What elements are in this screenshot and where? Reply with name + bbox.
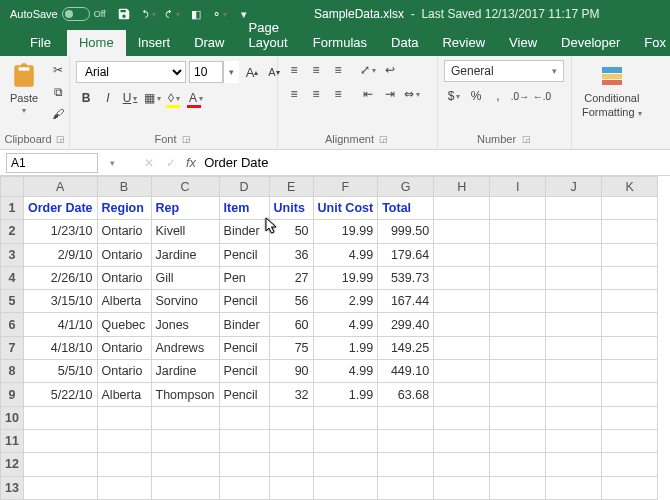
- cell[interactable]: [313, 429, 378, 452]
- cell[interactable]: Ontario: [97, 336, 151, 359]
- cell[interactable]: [602, 360, 658, 383]
- cell[interactable]: 1.99: [313, 383, 378, 406]
- cell[interactable]: [490, 476, 546, 499]
- cell[interactable]: Jardine: [151, 243, 219, 266]
- cell[interactable]: [219, 476, 269, 499]
- undo-icon[interactable]: [140, 6, 156, 22]
- cell[interactable]: 19.99: [313, 266, 378, 289]
- cell[interactable]: [546, 313, 602, 336]
- name-box-dropdown-icon[interactable]: ▾: [104, 158, 120, 168]
- cell[interactable]: 19.99: [313, 220, 378, 243]
- column-header[interactable]: K: [602, 177, 658, 197]
- cell[interactable]: 179.64: [378, 243, 434, 266]
- decrease-decimal-icon[interactable]: ←.0: [532, 86, 552, 106]
- column-header[interactable]: H: [434, 177, 490, 197]
- cell[interactable]: Sorvino: [151, 290, 219, 313]
- worksheet-grid[interactable]: ABCDEFGHIJK 1Order DateRegionRepItemUnit…: [0, 176, 670, 500]
- cell[interactable]: 90: [269, 360, 313, 383]
- tab-home[interactable]: Home: [67, 30, 126, 56]
- cell[interactable]: 449.10: [378, 360, 434, 383]
- cell[interactable]: [151, 453, 219, 476]
- row-header[interactable]: 11: [1, 429, 24, 452]
- align-middle-icon[interactable]: ≡: [306, 60, 326, 80]
- enter-formula-icon[interactable]: ✓: [160, 156, 182, 170]
- font-size-input[interactable]: [189, 61, 223, 83]
- cell[interactable]: [97, 453, 151, 476]
- align-bottom-icon[interactable]: ≡: [328, 60, 348, 80]
- qat-icon-2[interactable]: ⚬: [212, 6, 228, 22]
- cell[interactable]: [378, 429, 434, 452]
- italic-button[interactable]: I: [98, 88, 118, 108]
- cell[interactable]: 5/22/10: [23, 383, 97, 406]
- tab-foxit[interactable]: Fox: [632, 30, 670, 56]
- align-center-icon[interactable]: ≡: [306, 84, 326, 104]
- cell[interactable]: Pencil: [219, 360, 269, 383]
- font-size-dropdown-icon[interactable]: ▾: [223, 61, 239, 83]
- align-top-icon[interactable]: ≡: [284, 60, 304, 80]
- column-header[interactable]: A: [23, 177, 97, 197]
- cell[interactable]: 2/26/10: [23, 266, 97, 289]
- cell[interactable]: [546, 266, 602, 289]
- formula-input[interactable]: [200, 153, 670, 173]
- cell[interactable]: [546, 220, 602, 243]
- cell[interactable]: [151, 429, 219, 452]
- cell[interactable]: [546, 243, 602, 266]
- cell[interactable]: [23, 453, 97, 476]
- cell[interactable]: [602, 383, 658, 406]
- cell[interactable]: Alberta: [97, 383, 151, 406]
- cell[interactable]: [434, 313, 490, 336]
- cell[interactable]: 50: [269, 220, 313, 243]
- cell[interactable]: Kivell: [151, 220, 219, 243]
- cell[interactable]: 1.99: [313, 336, 378, 359]
- decrease-indent-icon[interactable]: ⇤: [358, 84, 378, 104]
- cell[interactable]: [490, 243, 546, 266]
- paste-button[interactable]: Paste ▾: [6, 60, 42, 117]
- row-header[interactable]: 1: [1, 197, 24, 220]
- cell[interactable]: [434, 243, 490, 266]
- cell[interactable]: 299.40: [378, 313, 434, 336]
- cell[interactable]: Pencil: [219, 290, 269, 313]
- cell[interactable]: Item: [219, 197, 269, 220]
- cell[interactable]: 2/9/10: [23, 243, 97, 266]
- cell[interactable]: 149.25: [378, 336, 434, 359]
- cell[interactable]: [434, 453, 490, 476]
- qat-icon-1[interactable]: ◧: [188, 6, 204, 22]
- merge-center-icon[interactable]: ⇔: [402, 84, 422, 104]
- cell[interactable]: [546, 197, 602, 220]
- cell[interactable]: Ontario: [97, 243, 151, 266]
- cell[interactable]: [23, 476, 97, 499]
- row-header[interactable]: 4: [1, 266, 24, 289]
- cell[interactable]: [434, 197, 490, 220]
- cell[interactable]: [434, 336, 490, 359]
- cell[interactable]: [313, 476, 378, 499]
- column-header[interactable]: J: [546, 177, 602, 197]
- name-box[interactable]: [6, 153, 98, 173]
- column-header[interactable]: G: [378, 177, 434, 197]
- cut-icon[interactable]: ✂: [48, 60, 68, 80]
- autosave-toggle[interactable]: AutoSave Off: [8, 6, 108, 22]
- cell[interactable]: Ontario: [97, 266, 151, 289]
- cell[interactable]: [546, 406, 602, 429]
- cell[interactable]: [602, 197, 658, 220]
- cell[interactable]: [602, 453, 658, 476]
- cell[interactable]: Pencil: [219, 336, 269, 359]
- comma-format-icon[interactable]: ,: [488, 86, 508, 106]
- cell[interactable]: [269, 429, 313, 452]
- font-name-select[interactable]: Arial: [76, 61, 186, 83]
- align-right-icon[interactable]: ≡: [328, 84, 348, 104]
- tab-insert[interactable]: Insert: [126, 30, 183, 56]
- cancel-formula-icon[interactable]: ✕: [138, 156, 160, 170]
- cell[interactable]: Binder: [219, 220, 269, 243]
- cell[interactable]: [434, 383, 490, 406]
- cell[interactable]: Pencil: [219, 383, 269, 406]
- cell[interactable]: 4.99: [313, 360, 378, 383]
- row-header[interactable]: 12: [1, 453, 24, 476]
- underline-button[interactable]: U: [120, 88, 140, 108]
- cell[interactable]: [434, 429, 490, 452]
- cell[interactable]: 56: [269, 290, 313, 313]
- column-header[interactable]: I: [490, 177, 546, 197]
- bold-button[interactable]: B: [76, 88, 96, 108]
- cell[interactable]: 539.73: [378, 266, 434, 289]
- cell[interactable]: [546, 429, 602, 452]
- cell[interactable]: [151, 406, 219, 429]
